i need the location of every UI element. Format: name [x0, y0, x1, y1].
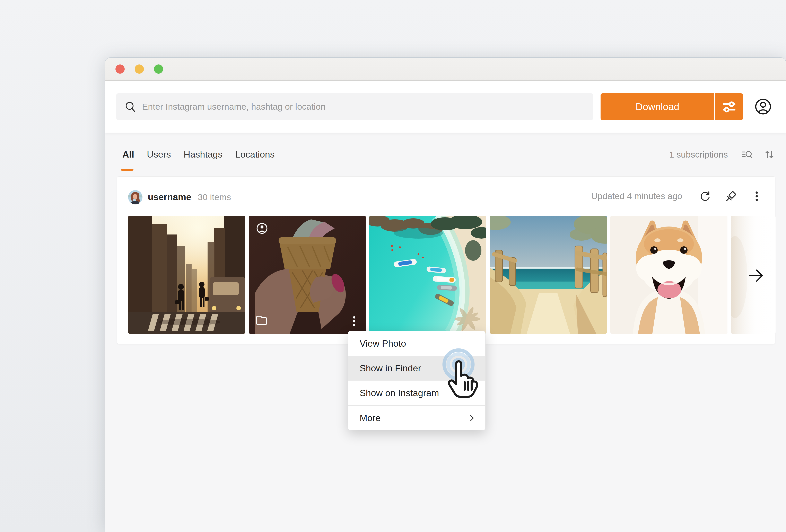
minimize-window-button[interactable] [135, 65, 144, 74]
photo-shiba-inu-dog[interactable] [610, 216, 727, 334]
search-input[interactable] [142, 102, 585, 112]
pin-button[interactable] [725, 190, 738, 202]
subscription-menu-button[interactable] [751, 190, 762, 202]
download-button[interactable]: Download [601, 93, 714, 120]
menu-item-label: Show in Finder [360, 363, 421, 373]
sort-subscriptions-button[interactable] [763, 149, 776, 161]
subscription-card-header: username 30 items Updated 4 minutes ago [117, 176, 775, 216]
sort-icon [763, 149, 776, 161]
tab-users[interactable]: Users [147, 149, 171, 160]
updated-label: Updated 4 minutes ago [591, 191, 682, 201]
subscription-card: username 30 items Updated 4 minutes ago [117, 176, 776, 344]
arrow-right-icon [746, 266, 765, 285]
subscription-actions: Updated 4 minutes ago [591, 176, 762, 216]
scroll-right-button[interactable] [746, 266, 765, 285]
photo-ice-cream-cone[interactable] [249, 216, 366, 334]
chevron-right-icon [467, 413, 476, 422]
photo-city-street-sunset[interactable] [128, 216, 245, 334]
photo-beach-path-fence[interactable] [490, 216, 607, 334]
menu-item-label: Show on Instagram [360, 388, 439, 398]
sliders-icon [719, 97, 739, 116]
subscriptions-count: 1 subscriptions [669, 150, 728, 160]
items-count-label: 30 items [198, 192, 231, 202]
tab-all[interactable]: All [122, 149, 134, 160]
filter-search-icon [741, 149, 753, 161]
folder-icon [255, 314, 268, 327]
photo-menu-button[interactable] [349, 315, 359, 328]
content-area: All Users Hashtags Locations 1 subscript… [105, 132, 786, 532]
thumbnail-row [128, 216, 776, 334]
menu-item-show-on-instagram[interactable]: Show on Instagram [348, 381, 485, 405]
account-icon [755, 98, 772, 115]
account-button[interactable] [755, 98, 772, 115]
photo-tropical-beach-aerial[interactable] [369, 216, 486, 334]
search-field[interactable] [116, 93, 593, 120]
window-titlebar [105, 58, 786, 81]
pin-icon [725, 190, 738, 202]
tab-locations[interactable]: Locations [235, 149, 275, 160]
app-window: Download All Users Has [105, 58, 786, 532]
tab-bar: All Users Hashtags Locations [122, 149, 275, 160]
app-header: Download [105, 81, 786, 132]
download-options-button[interactable] [715, 93, 743, 120]
kebab-menu-icon [751, 190, 762, 202]
menu-item-view-photo[interactable]: View Photo [348, 331, 485, 356]
list-tools: 1 subscriptions [669, 149, 776, 160]
user-badge-icon [256, 222, 268, 235]
filter-subscriptions-button[interactable] [741, 149, 753, 161]
menu-item-show-in-finder[interactable]: Show in Finder [348, 356, 485, 381]
refresh-icon [699, 190, 711, 202]
avatar[interactable] [128, 190, 142, 204]
kebab-menu-icon [349, 315, 359, 328]
active-tab-underline [121, 169, 134, 171]
username-label[interactable]: username [148, 192, 191, 202]
refresh-button[interactable] [699, 190, 711, 202]
close-window-button[interactable] [115, 65, 125, 74]
menu-item-label: View Photo [360, 338, 406, 349]
menu-item-more[interactable]: More [348, 405, 485, 430]
zoom-window-button[interactable] [154, 65, 163, 74]
tab-hashtags[interactable]: Hashtags [184, 149, 223, 160]
search-icon [124, 100, 137, 113]
context-menu: View Photo Show in Finder Show on Instag… [348, 331, 486, 430]
menu-item-label: More [360, 413, 381, 424]
